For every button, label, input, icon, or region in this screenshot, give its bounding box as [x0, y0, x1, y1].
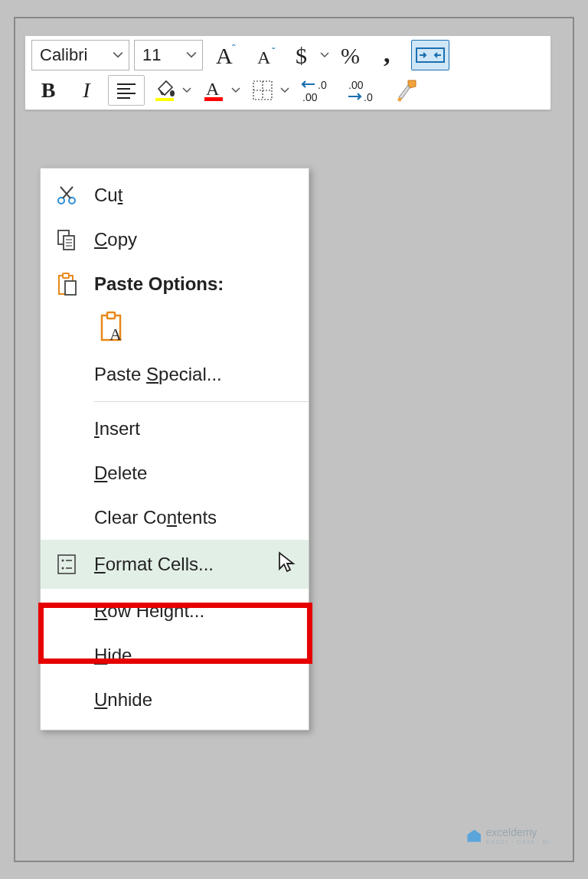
- svg-point-12: [170, 90, 175, 96]
- svg-text:A: A: [216, 43, 233, 68]
- decrease-decimal-button[interactable]: .00 .0: [342, 75, 384, 106]
- menu-label: Delete: [94, 462, 296, 484]
- italic-icon: I: [83, 78, 90, 103]
- paintbrush-icon: [393, 77, 420, 103]
- paste-keep-formatting-button[interactable]: A: [94, 309, 131, 346]
- svg-text:ˆ: ˆ: [232, 43, 236, 55]
- menu-label: Clear Contents: [94, 507, 296, 528]
- svg-rect-33: [63, 273, 69, 278]
- watermark: exceldemy EXCEL · DATA · BI: [467, 826, 550, 845]
- copy-icon: [51, 228, 82, 251]
- svg-line-26: [60, 187, 70, 198]
- watermark-tag: EXCEL · DATA · BI: [485, 838, 550, 845]
- chevron-down-icon[interactable]: [180, 75, 194, 106]
- mini-toolbar: Calibri 11 A ˆ A ˇ: [24, 35, 551, 110]
- bold-icon: B: [41, 78, 56, 103]
- fill-color-button[interactable]: [149, 75, 194, 106]
- paste-options-row: A: [41, 306, 309, 352]
- font-size-dropdown[interactable]: 11: [134, 40, 203, 70]
- accounting-format-button[interactable]: $: [290, 40, 332, 70]
- svg-text:$: $: [296, 43, 307, 68]
- borders-icon: [251, 79, 274, 102]
- menu-label: Copy: [94, 229, 296, 250]
- bold-button[interactable]: B: [31, 75, 65, 106]
- svg-text:%: %: [341, 43, 360, 68]
- menu-item-unhide[interactable]: Unhide: [41, 678, 309, 722]
- chevron-down-icon[interactable]: [318, 40, 332, 70]
- menu-item-insert[interactable]: Insert: [41, 407, 309, 451]
- menu-label: Format Cells...: [94, 554, 272, 575]
- svg-rect-38: [58, 555, 75, 573]
- chevron-down-icon[interactable]: [229, 75, 243, 106]
- clipboard-icon: [51, 272, 82, 296]
- watermark-brand: exceldemy: [485, 826, 537, 838]
- menu-item-row-height[interactable]: Row Height...: [41, 589, 309, 633]
- borders-button[interactable]: [247, 75, 292, 106]
- menu-label: Unhide: [94, 689, 296, 711]
- menu-item-clear-contents[interactable]: Clear Contents: [41, 495, 309, 540]
- scissors-icon: [51, 185, 82, 206]
- percent-format-button[interactable]: %: [336, 40, 371, 70]
- svg-text:A: A: [109, 325, 122, 344]
- svg-text:.0: .0: [364, 91, 373, 103]
- menu-label: Paste Options:: [94, 273, 296, 295]
- font-color-icon: A: [201, 78, 226, 103]
- svg-rect-15: [204, 97, 223, 101]
- format-cells-icon: [51, 554, 82, 575]
- menu-item-copy[interactable]: Copy: [41, 217, 309, 262]
- menu-label: Row Height...: [94, 600, 296, 622]
- increase-decimal-button[interactable]: .0 .00: [296, 75, 338, 106]
- svg-text:.00: .00: [348, 79, 364, 91]
- svg-rect-13: [155, 98, 174, 101]
- chevron-down-icon: [112, 49, 124, 61]
- menu-label: Hide: [94, 645, 296, 666]
- font-size-value: 11: [142, 45, 161, 65]
- toolbar-row-1: Calibri 11 A ˆ A ˇ: [31, 40, 544, 70]
- format-painter-button[interactable]: [388, 75, 425, 106]
- logo-icon: [467, 830, 481, 842]
- menu-item-format-cells[interactable]: Format Cells...: [41, 540, 309, 589]
- menu-label: Paste Special...: [94, 364, 296, 385]
- svg-rect-36: [107, 312, 115, 319]
- cursor-icon: [276, 551, 296, 578]
- merge-center-button[interactable]: [411, 40, 449, 70]
- menu-item-hide[interactable]: Hide: [41, 633, 309, 678]
- comma-format-button[interactable]: ,: [376, 40, 407, 70]
- increase-font-size-button[interactable]: A ˆ: [207, 40, 244, 70]
- svg-line-25: [63, 187, 73, 198]
- bucket-icon: [152, 78, 177, 103]
- chevron-down-icon[interactable]: [278, 75, 292, 106]
- font-name-value: Calibri: [40, 45, 87, 65]
- svg-rect-34: [65, 281, 76, 295]
- svg-point-41: [62, 567, 64, 570]
- menu-separator: [94, 401, 309, 402]
- svg-text:A: A: [257, 47, 271, 67]
- menu-item-paste-options: Paste Options:: [41, 262, 309, 306]
- svg-text:A: A: [206, 79, 220, 99]
- context-menu: Cut Copy: [40, 168, 309, 730]
- svg-text:.00: .00: [302, 91, 318, 103]
- clipboard-a-icon: A: [97, 311, 128, 345]
- toolbar-row-2: B I: [31, 75, 544, 106]
- menu-item-cut[interactable]: Cut: [41, 173, 309, 217]
- menu-label: Cut: [94, 185, 296, 206]
- svg-text:ˇ: ˇ: [272, 46, 276, 58]
- menu-label: Insert: [94, 418, 296, 440]
- chevron-down-icon: [185, 49, 198, 61]
- decrease-font-size-button[interactable]: A ˇ: [249, 40, 286, 70]
- menu-item-paste-special[interactable]: Paste Special...: [41, 352, 309, 397]
- svg-point-39: [62, 560, 64, 562]
- font-name-dropdown[interactable]: Calibri: [31, 40, 129, 70]
- svg-text:.0: .0: [318, 79, 327, 91]
- align-icon: [115, 80, 138, 100]
- align-button[interactable]: [108, 75, 145, 106]
- font-color-button[interactable]: A: [198, 75, 243, 106]
- menu-item-delete[interactable]: Delete: [41, 451, 309, 495]
- svg-text:,: ,: [384, 42, 390, 67]
- screenshot-canvas: Calibri 11 A ˆ A ˇ: [14, 17, 574, 862]
- decrease-decimal-icon: .00 .0: [345, 78, 381, 103]
- increase-decimal-icon: .0 .00: [299, 78, 335, 103]
- italic-button[interactable]: I: [70, 75, 103, 106]
